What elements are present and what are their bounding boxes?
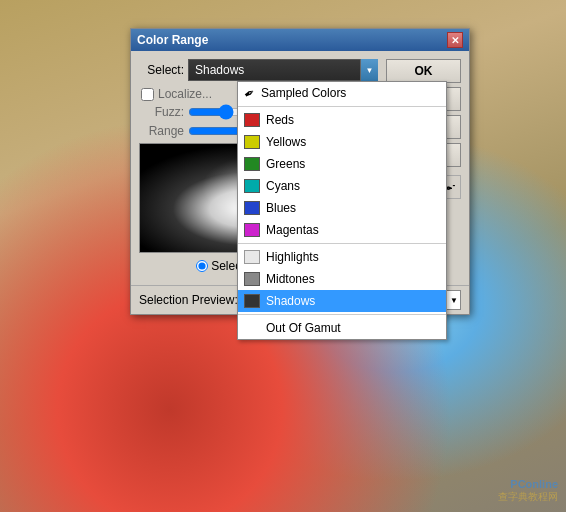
dialog-title: Color Range <box>137 33 208 47</box>
color-range-dialog: Color Range ✕ Select: Shadows ▼ ✒ <box>130 28 470 315</box>
reds-swatch <box>244 113 260 127</box>
select-label: Select: <box>139 63 184 77</box>
dropdown-item-label: Magentas <box>266 223 319 237</box>
magentas-swatch <box>244 223 260 237</box>
dropdown-item-blues[interactable]: Blues <box>238 197 446 219</box>
dropdown-item-label: Out Of Gamut <box>266 321 341 335</box>
dropdown-item-cyans[interactable]: Cyans <box>238 175 446 197</box>
dropdown-item-label: Midtones <box>266 272 315 286</box>
dropdown-item-label: Yellows <box>266 135 306 149</box>
dropdown-item-sampled[interactable]: ✒ Sampled Colors <box>238 82 446 104</box>
sel-preview-arrow: ▼ <box>450 296 458 305</box>
watermark-line2: 查字典教程网 <box>498 490 558 504</box>
separator-2 <box>238 243 446 244</box>
localize-checkbox[interactable] <box>141 88 154 101</box>
watermark: PConline 查字典教程网 <box>498 478 558 504</box>
blues-swatch <box>244 201 260 215</box>
sel-preview-label: Selection Preview: <box>139 293 238 307</box>
dropdown-item-label: Cyans <box>266 179 300 193</box>
dropdown-item-label: Sampled Colors <box>261 86 346 100</box>
dropdown-item-label: Blues <box>266 201 296 215</box>
select-dropdown-menu: ✒ Sampled Colors Reds Yellows <box>237 81 447 340</box>
watermark-line1: PConline <box>498 478 558 490</box>
dropdown-item-greens[interactable]: Greens <box>238 153 446 175</box>
eyedropper-icon: ✒ <box>241 84 258 102</box>
select-display[interactable]: Shadows <box>188 59 378 81</box>
select-dropdown-arrow[interactable]: ▼ <box>360 59 378 81</box>
separator-1 <box>238 106 446 107</box>
select-row: Select: Shadows ▼ ✒ Sampled Colors <box>139 59 378 81</box>
separator-3 <box>238 314 446 315</box>
selection-radio[interactable] <box>196 260 208 272</box>
dropdown-item-outofgamut[interactable]: Out Of Gamut <box>238 317 446 339</box>
dropdown-item-label: Highlights <box>266 250 319 264</box>
cyans-swatch <box>244 179 260 193</box>
dropdown-item-label: Greens <box>266 157 305 171</box>
close-button[interactable]: ✕ <box>447 32 463 48</box>
dropdown-item-label: Reds <box>266 113 294 127</box>
dropdown-item-highlights[interactable]: Highlights <box>238 246 446 268</box>
midtones-swatch <box>244 272 260 286</box>
range-label: Range <box>139 124 184 138</box>
ok-button[interactable]: OK <box>386 59 461 83</box>
select-wrapper: Shadows ▼ ✒ Sampled Colors <box>188 59 378 81</box>
dropdown-item-reds[interactable]: Reds <box>238 109 446 131</box>
dropdown-item-midtones[interactable]: Midtones <box>238 268 446 290</box>
highlights-swatch <box>244 250 260 264</box>
greens-swatch <box>244 157 260 171</box>
dialog-titlebar: Color Range ✕ <box>131 29 469 51</box>
dropdown-item-yellows[interactable]: Yellows <box>238 131 446 153</box>
fuzz-label: Fuzz: <box>139 105 184 119</box>
dialog-body: Select: Shadows ▼ ✒ Sampled Colors <box>131 51 469 285</box>
yellows-swatch <box>244 135 260 149</box>
dropdown-item-magentas[interactable]: Magentas <box>238 219 446 241</box>
localize-label: Localize... <box>158 87 212 101</box>
select-value: Shadows <box>195 63 244 77</box>
dropdown-item-label: Shadows <box>266 294 315 308</box>
left-panel: Select: Shadows ▼ ✒ Sampled Colors <box>139 59 378 277</box>
dropdown-item-shadows[interactable]: Shadows <box>238 290 446 312</box>
shadows-swatch <box>244 294 260 308</box>
